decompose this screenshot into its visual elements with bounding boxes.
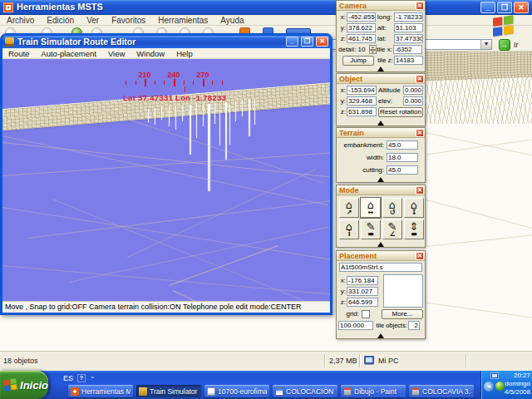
camera-lat-field[interactable]: 37.47330 [394,34,423,43]
object-elev-field[interactable]: 0.000 [403,96,423,106]
taskbar-button-3[interactable]: 10700-eurofima... [204,385,269,397]
language-help-icon[interactable]: ? [77,374,86,382]
ie-menu-item[interactable]: Ayuda [220,16,244,25]
jump-button[interactable]: Jump [342,56,374,66]
ie-menu-item[interactable]: Favoritos [111,16,145,25]
re-menu-item[interactable]: Help [176,49,193,58]
collapse-triangle-icon[interactable] [377,177,384,182]
camera-tile-x-field[interactable]: -6352 [393,45,422,54]
chevron-down-icon[interactable]: ▼ [480,40,491,49]
tray-clock[interactable]: 20:27 domingo 4/5/2008 [497,372,530,397]
terrain-raise-lower-button[interactable]: ⇕▬ [404,219,424,239]
camera-z-field[interactable]: 461.745 [347,34,376,43]
close-icon[interactable]: ✕ [416,129,424,137]
width-field[interactable]: 18.0 [387,153,418,162]
taskbar-button-4[interactable]: COLOCACIÓN ... [273,385,337,397]
more-button[interactable]: More... [382,309,423,319]
placement-z-field[interactable]: 646.599 [347,298,378,307]
terrain-slope-button[interactable]: ✎∠ [382,219,402,239]
minimize-button[interactable]: _ [480,2,495,13]
taskbar-button-5[interactable]: Dibujo - Paint [341,385,406,397]
maximize-button[interactable]: ❐ [301,37,313,47]
shape-listbox[interactable] [383,274,423,308]
close-icon[interactable]: ✕ [416,252,424,260]
mode-panel-title[interactable]: Mode ✕ [337,185,425,195]
taskbar-button-6[interactable]: COLOCAVIA 3.3... [409,385,474,397]
re-menu-item[interactable]: Auto-placement [41,49,96,58]
telephone-pole[interactable] [208,104,210,191]
reset-rotation-button[interactable]: Reset rotation [378,107,423,117]
go-button-label[interactable]: Ir [514,41,519,49]
rotate-object-button[interactable]: ⌂↺ [382,198,402,218]
telephone-pole[interactable] [203,104,204,126]
object-x-field[interactable]: -153.694 [347,86,377,95]
ie-menu-item[interactable]: Ver [86,16,99,25]
telephone-pole[interactable] [249,100,250,136]
camera-alt-field[interactable]: 51.103 [394,23,423,32]
object-altitude-field[interactable]: 0.000 [403,86,423,95]
close-icon[interactable]: ✕ [416,186,424,195]
chevron-down-icon[interactable]: ⌄ [90,372,96,380]
object-z-field[interactable]: 631.898 [347,107,377,116]
panel-collapse-strip[interactable] [337,332,425,338]
telephone-pole[interactable] [161,107,162,120]
taskbar-button-2[interactable]: Train Simulator ... [136,385,201,397]
scale-field[interactable]: 100.000 [338,321,373,330]
terrain-panel-title[interactable]: Terrain ✕ [337,128,425,138]
re-menu-item[interactable]: View [108,49,125,58]
object-panel-title[interactable]: Object ✕ [337,74,425,84]
hide-icons-chevron-icon[interactable]: ◄ [484,382,494,392]
collapse-triangle-icon[interactable] [377,242,384,247]
placement-panel-title[interactable]: Placement ✕ [337,251,425,261]
panel-collapse-strip[interactable] [337,119,425,126]
collapse-triangle-icon[interactable] [377,121,384,126]
object-y-field[interactable]: 329.468 [347,96,377,106]
cutting-field[interactable]: 45.0 [387,165,418,175]
panel-collapse-strip[interactable] [337,175,425,182]
camera-y-field[interactable]: 378.622 [347,23,376,32]
re-menu-item[interactable]: Window [136,49,165,58]
terrain-flatten-button[interactable]: ✎▬ [361,219,381,239]
object-info-button[interactable]: ⌂i [339,219,359,239]
panel-collapse-strip[interactable] [337,240,425,247]
close-button[interactable]: ✕ [514,2,529,13]
placement-x-field[interactable]: -176.184 [347,276,378,285]
route-editor-viewport[interactable]: Lat 37.47331 Lon -1.78233 210240270 [2,59,330,301]
telephone-pole[interactable] [175,106,176,130]
camera-panel-title[interactable]: Camera ✕ [337,1,425,11]
telephone-pole[interactable] [254,100,255,125]
minimize-button[interactable]: _ [286,37,298,47]
taskbar-button-1[interactable]: Herramientas M... [68,385,133,397]
ie-menu-item[interactable]: Herramientas [158,16,208,25]
telephone-pole[interactable] [169,106,170,126]
place-object-button[interactable]: ⌂↗ [339,198,359,218]
telephone-pole[interactable] [148,109,149,122]
camera-long-field[interactable]: -1.78233 [394,12,423,22]
close-icon[interactable]: ✕ [416,2,424,10]
shape-name-field[interactable]: A1t500mStrt.s [339,263,422,272]
camera-tile-z-field[interactable]: 14183 [394,56,423,65]
telephone-pole[interactable] [196,104,197,138]
spinner-down-icon[interactable]: ▼ [369,50,377,55]
language-indicator[interactable]: ES [63,374,73,382]
close-button[interactable]: ✕ [316,37,328,47]
telephone-pole[interactable] [235,101,236,121]
drop-object-button[interactable]: ⌂↧ [404,198,424,218]
move-object-button[interactable]: ⌂↔ [361,198,381,218]
panel-collapse-strip[interactable] [337,65,425,71]
telephone-pole[interactable] [190,105,191,155]
ie-menu-item[interactable]: Archivo [7,16,34,25]
grid-checkbox[interactable] [362,310,370,318]
close-icon[interactable]: ✕ [416,75,424,83]
telephone-pole[interactable] [155,108,155,125]
camera-x-field[interactable]: -452.855 [347,12,376,22]
go-button-icon[interactable]: → [499,39,510,51]
telephone-pole[interactable] [229,105,230,145]
telephone-pole[interactable] [219,110,220,145]
re-menu-item[interactable]: Route [8,49,29,58]
placement-y-field[interactable]: 331.027 [347,287,378,296]
telephone-pole[interactable] [242,101,243,116]
maximize-button[interactable]: ❐ [497,2,512,13]
detail-spinner[interactable]: ▲▼ [369,45,377,54]
collapse-triangle-icon[interactable] [377,66,384,71]
